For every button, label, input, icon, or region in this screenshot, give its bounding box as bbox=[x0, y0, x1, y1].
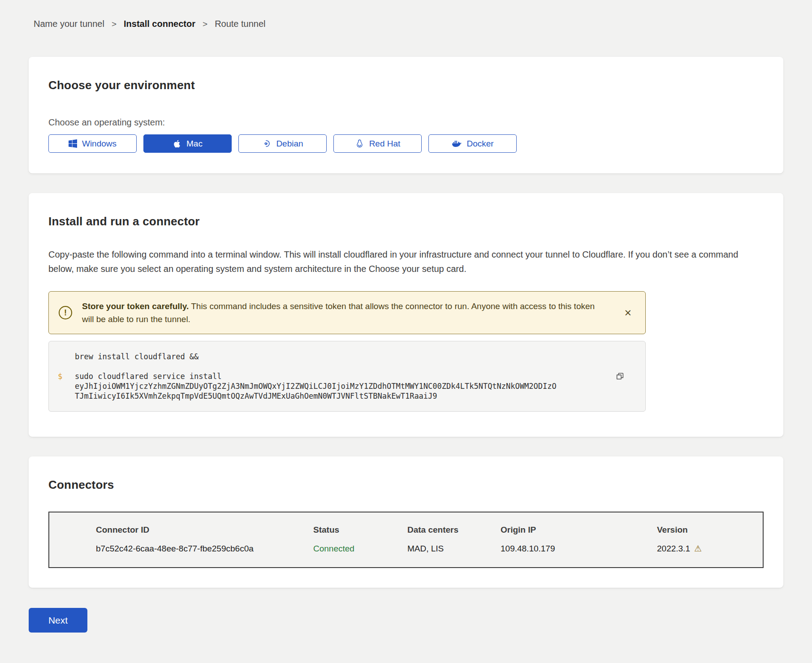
breadcrumb-name-your-tunnel[interactable]: Name your tunnel bbox=[34, 19, 104, 29]
code-line bbox=[58, 362, 614, 371]
code-text: TJmIiwicyI6Ik5XVmhZekpqTmpVdE5UQmtOQzAwT… bbox=[75, 391, 437, 401]
warning-text: Store your token carefully. This command… bbox=[82, 300, 621, 326]
os-button-group: Windows Mac Debian bbox=[48, 134, 764, 153]
connectors-card-title: Connectors bbox=[48, 478, 764, 492]
code-prompt bbox=[58, 362, 75, 371]
install-description: Copy-paste the following command into a … bbox=[48, 247, 764, 276]
code-text: brew install cloudflared && bbox=[75, 352, 199, 362]
code-text: sudo cloudflared service install bbox=[75, 371, 222, 381]
connector-id-value: b7c52c42-6caa-48ee-8c77-fbe259cb6c0a bbox=[96, 544, 313, 554]
os-button-docker[interactable]: Docker bbox=[428, 134, 517, 153]
os-button-redhat[interactable]: Red Hat bbox=[333, 134, 422, 153]
version-warning-icon[interactable]: ⚠ bbox=[694, 543, 702, 553]
code-prompt bbox=[58, 352, 75, 362]
os-button-mac[interactable]: Mac bbox=[143, 134, 232, 153]
warning-close-button[interactable]: × bbox=[621, 306, 635, 319]
warning-bold-text: Store your token carefully. bbox=[82, 301, 189, 311]
code-prompt bbox=[58, 391, 75, 401]
os-button-label: Red Hat bbox=[369, 139, 401, 149]
code-line: eyJhIjoiOWM1YjczYzhmZGNmZDUyOTg2ZjA3NmJm… bbox=[58, 381, 614, 391]
header-connector-id: Connector ID bbox=[96, 525, 313, 535]
connectors-table-header: Connector ID Status Data centers Origin … bbox=[96, 525, 763, 535]
environment-card-title: Choose your environment bbox=[48, 78, 764, 92]
docker-whale-icon bbox=[451, 138, 462, 149]
choose-environment-card: Choose your environment Choose an operat… bbox=[29, 57, 783, 173]
copy-command-button[interactable] bbox=[613, 370, 626, 383]
alert-circle-icon: ! bbox=[59, 306, 72, 319]
data-centers-value: MAD, LIS bbox=[407, 544, 501, 554]
breadcrumb-install-connector[interactable]: Install connector bbox=[124, 19, 195, 29]
breadcrumb-separator: > bbox=[112, 19, 117, 29]
breadcrumb-route-tunnel[interactable]: Route tunnel bbox=[215, 19, 265, 29]
os-select-label: Choose an operating system: bbox=[48, 117, 764, 128]
os-button-label: Mac bbox=[186, 139, 203, 149]
header-origin-ip: Origin IP bbox=[501, 525, 657, 535]
install-card-title: Install and run a connector bbox=[48, 215, 764, 228]
windows-icon bbox=[69, 139, 77, 148]
connectors-card: Connectors Connector ID Status Data cent… bbox=[29, 456, 783, 588]
header-data-centers: Data centers bbox=[407, 525, 501, 535]
status-badge: Connected bbox=[313, 544, 407, 554]
tux-penguin-icon bbox=[355, 139, 364, 148]
connector-row: b7c52c42-6caa-48ee-8c77-fbe259cb6c0a Con… bbox=[96, 543, 763, 554]
close-icon: × bbox=[624, 307, 632, 318]
breadcrumb: Name your tunnel > Install connector > R… bbox=[29, 19, 783, 29]
code-prompt bbox=[58, 381, 75, 391]
next-button[interactable]: Next bbox=[29, 608, 87, 633]
code-line: $ sudo cloudflared service install bbox=[58, 371, 614, 381]
version-number: 2022.3.1 bbox=[657, 544, 690, 553]
os-button-label: Debian bbox=[276, 139, 303, 149]
version-value: 2022.3.1⚠ bbox=[657, 543, 763, 554]
os-button-label: Windows bbox=[82, 139, 117, 149]
os-button-debian[interactable]: Debian bbox=[238, 134, 327, 153]
token-warning-banner: ! Store your token carefully. This comma… bbox=[48, 291, 646, 334]
install-command-code-block: brew install cloudflared && $ sudo cloud… bbox=[48, 341, 646, 412]
code-text: eyJhIjoiOWM1YjczYzhmZGNmZDUyOTg2ZjA3NmJm… bbox=[75, 381, 557, 391]
header-status: Status bbox=[313, 525, 407, 535]
code-line: TJmIiwicyI6Ik5XVmhZekpqTmpVdE5UQmtOQzAwT… bbox=[58, 391, 614, 401]
apple-icon bbox=[173, 139, 181, 148]
os-button-label: Docker bbox=[466, 139, 493, 149]
tunnel-setup-page: Name your tunnel > Install connector > R… bbox=[0, 0, 812, 646]
header-version: Version bbox=[657, 525, 763, 535]
copy-icon bbox=[615, 372, 625, 381]
breadcrumb-separator: > bbox=[203, 19, 207, 29]
debian-swirl-icon bbox=[262, 139, 271, 148]
install-connector-card: Install and run a connector Copy-paste t… bbox=[29, 193, 783, 437]
connectors-table: Connector ID Status Data centers Origin … bbox=[48, 512, 764, 568]
code-prompt: $ bbox=[58, 371, 75, 381]
code-line: brew install cloudflared && bbox=[58, 352, 614, 362]
os-button-windows[interactable]: Windows bbox=[48, 134, 137, 153]
origin-ip-value: 109.48.10.179 bbox=[501, 544, 657, 554]
alert-exclamation: ! bbox=[64, 308, 67, 318]
